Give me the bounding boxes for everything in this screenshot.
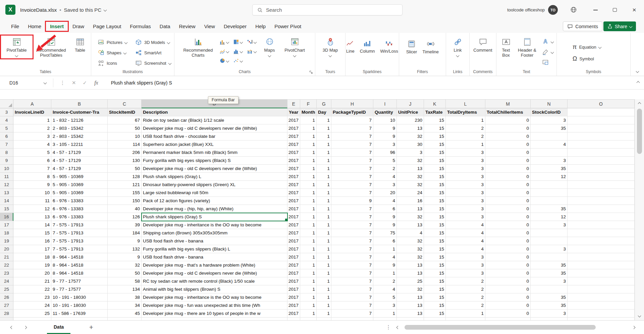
grid-cell[interactable]: 30 [397,141,424,149]
screenshot-button[interactable]: Screenshot [133,58,173,68]
grid-cell[interactable]: 3 [446,165,485,173]
scroll-left-icon[interactable] [396,326,400,329]
grid-cell[interactable] [531,197,568,205]
insert-scatter-chart-button[interactable] [231,57,244,64]
grid-cell[interactable]: 7 [331,301,373,310]
grid-cell[interactable] [331,318,373,320]
grid-cell[interactable]: 15 [424,124,446,132]
grid-cell[interactable]: 1 [446,141,485,149]
column-header-I[interactable]: I [373,100,397,108]
sparkline-winloss-button[interactable]: Win/Loss [378,38,400,55]
grid-cell[interactable]: 4 - 57 - 17129 [51,149,108,157]
ribbon-tab-developer[interactable]: Developer [219,20,251,33]
grid-cell[interactable] [568,132,635,141]
grid-cell[interactable]: 3 [446,253,485,261]
grid-cell[interactable] [531,318,568,320]
grid-cell[interactable]: 4 [446,237,485,245]
symbol-button[interactable]: Ω Symbol [570,54,596,64]
maximize-button[interactable] [605,0,625,20]
grid-cell[interactable]: 13 [13,213,51,221]
row-header-12[interactable]: 12 [0,181,13,189]
shapes-button[interactable]: Shapes [95,48,128,57]
comment-button[interactable]: Comment [471,36,495,55]
row-header-18[interactable]: 18 [0,229,13,237]
signature-line-button[interactable] [540,47,556,57]
recommended-pivottables-button[interactable]: Recommended PivotTables [34,36,69,60]
grid-cell[interactable]: 230 [397,116,424,124]
grid-cell[interactable]: 8 - 964 - 14518 [51,253,108,261]
name-box[interactable]: D16 [4,78,50,88]
grid-cell[interactable]: 5 - 905 - 10369 [51,189,108,197]
grid-cell[interactable]: 3 [13,132,51,141]
grid-cell[interactable]: USB food flash drive - banana [142,253,287,261]
grid-cell[interactable]: 32 [397,132,424,141]
grid-cell[interactable]: 0 [485,197,531,205]
grid-cell[interactable]: 2017 [287,221,300,229]
grid-cell[interactable]: 12 [531,173,568,181]
grid-cell[interactable]: 2 [446,124,485,132]
grid-cell[interactable]: 9 [331,197,373,205]
grid-cell[interactable]: 39 [108,221,142,229]
grid-cell[interactable]: 3 [373,181,397,189]
row-header-6[interactable]: 6 [0,132,13,141]
grid-cell[interactable] [568,301,635,310]
grid-cell[interactable]: Plush shark slippers (Gray) L [142,173,287,181]
grid-cell[interactable]: 3 [531,157,568,165]
grid-cell[interactable]: 34 [108,301,142,310]
insert-column-chart-button[interactable] [218,38,230,46]
grid-cell[interactable]: 13 [397,221,424,229]
grid-cell[interactable]: 1 [317,237,331,245]
grid-cell[interactable]: 3 [531,310,568,318]
grid-cell[interactable]: 15 [424,197,446,205]
grid-cell[interactable]: 7 [331,149,373,157]
insert-function-icon[interactable]: fx [94,80,98,86]
grid-cell[interactable] [568,213,635,221]
grid-cell[interactable]: 10 - 191 - 18030 [51,293,108,301]
grid-cell[interactable]: 10 [373,116,397,124]
grid-cell[interactable]: 3 [446,181,485,189]
row-header-17[interactable]: 17 [0,221,13,229]
scroll-right-icon[interactable] [632,326,636,329]
grid-cell[interactable]: 32 [397,285,424,293]
grid-cell[interactable]: 3 - 105 - 12211 [51,141,108,149]
grid-cell[interactable] [531,181,568,189]
recommended-charts-button[interactable]: Recommended Charts [181,36,215,60]
grid-cell[interactable]: 15 [424,277,446,285]
grid-cell[interactable] [287,318,300,320]
grid-cell[interactable]: 7 [331,285,373,293]
equation-button[interactable]: π Equation [570,42,603,52]
grid-cell[interactable]: 1 [317,285,331,293]
grid-cell[interactable]: 1 [317,124,331,132]
grid-cell[interactable]: 1 [317,261,331,269]
grid-cell[interactable]: 7 [331,293,373,301]
grid-cell[interactable]: 32 [108,261,142,269]
grid-cell[interactable]: 1 [300,132,317,141]
grid-cell[interactable]: 1 [300,173,317,181]
grid-cell[interactable]: 21 [13,277,51,285]
row-header-9[interactable]: 9 [0,157,13,165]
grid-cell[interactable]: 121 [108,181,142,189]
grid-cell[interactable]: 50 [108,124,142,132]
grid-cell[interactable]: 0 [485,221,531,229]
grid-cell[interactable]: 32 [397,173,424,181]
row-header[interactable] [0,318,13,320]
3d-map-button[interactable]: 3D Map [319,36,341,58]
grid-cell[interactable]: USB food flash drive - chocolate bar [142,132,287,141]
grid-cell[interactable]: Developer joke mug - that's a hardware p… [142,261,287,269]
grid-cell[interactable]: 50 [108,269,142,277]
grid-cell[interactable]: 15 [424,245,446,253]
grid-cell[interactable]: 7 [331,181,373,189]
grid-cell[interactable]: 4 [446,245,485,253]
grid-cell[interactable] [568,318,635,320]
column-header-O[interactable]: O [568,100,635,108]
grid-cell[interactable] [568,124,635,132]
row-header-4[interactable]: 4 [0,116,13,124]
grid-cell[interactable]: 13 [397,205,424,213]
grid-cell[interactable]: TaxRate [424,108,446,116]
grid-cell[interactable]: 1 [300,253,317,261]
grid-cell[interactable]: 0 [485,269,531,277]
row-header-28[interactable]: 28 [0,310,13,318]
grid-cell[interactable]: 7 - 575 - 17913 [51,229,108,237]
grid-cell[interactable]: 0 [485,310,531,318]
row-header-14[interactable]: 14 [0,197,13,205]
